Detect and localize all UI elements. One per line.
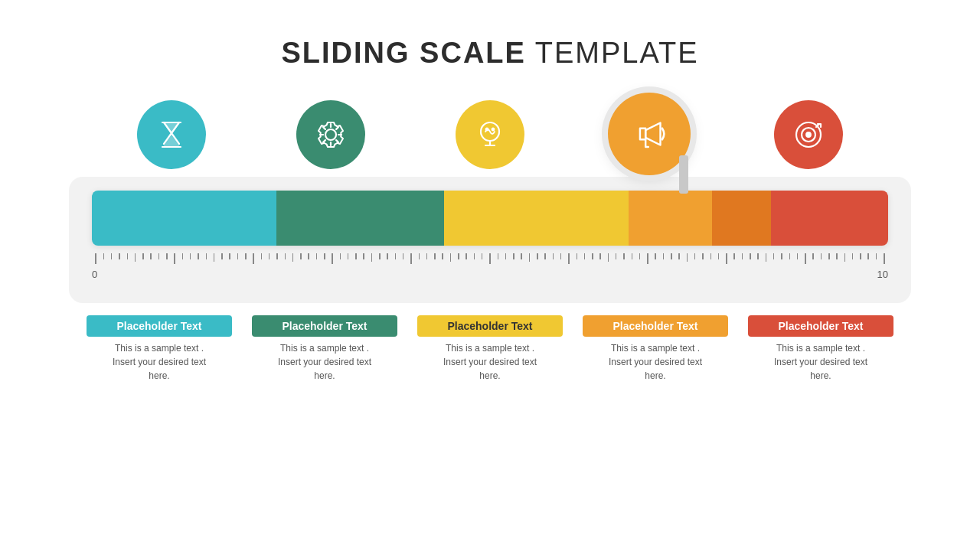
svg-point-0 [325, 129, 336, 140]
tick-65 [604, 253, 612, 262]
tick-53 [510, 253, 518, 259]
tick-64 [596, 253, 604, 259]
tick-9 [163, 253, 171, 259]
color-bar [92, 191, 888, 246]
scale-end: 10 [877, 269, 888, 280]
tick-92 [817, 253, 825, 259]
tick-22 [266, 253, 273, 259]
tick-80 [723, 253, 730, 264]
head-icon-circle [456, 100, 524, 169]
slider-pin [679, 155, 688, 194]
tick-17 [226, 253, 234, 259]
tick-89 [793, 253, 801, 259]
scale-area: 0 10 [69, 177, 911, 303]
ruler-ticks [92, 253, 888, 264]
svg-point-2 [486, 129, 488, 131]
card-label-3: Placeholder Text [417, 315, 563, 337]
tick-84 [754, 253, 762, 259]
tick-6 [139, 253, 147, 259]
megaphone-icon-circle [608, 93, 691, 175]
tick-70 [644, 253, 652, 264]
tick-63 [589, 253, 596, 259]
tick-28 [312, 253, 320, 259]
tick-67 [620, 253, 628, 259]
tick-54 [518, 253, 525, 259]
tick-74 [675, 253, 683, 259]
icon-slot-4 [577, 93, 722, 175]
tick-69 [635, 253, 643, 259]
tick-21 [257, 253, 265, 259]
target-icon-circle [774, 100, 843, 169]
tick-51 [494, 253, 501, 259]
tick-87 [778, 253, 786, 259]
title-light: TEMPLATE [526, 37, 699, 69]
icon-slot-2 [258, 100, 403, 169]
tick-57 [541, 253, 549, 259]
title-bold: SLIDING SCALE [281, 37, 525, 69]
tick-37 [384, 253, 391, 259]
bar-segment-orange [712, 191, 771, 246]
tick-33 [352, 253, 360, 259]
card-label-1: Placeholder Text [87, 315, 232, 337]
scale-start: 0 [92, 269, 97, 280]
ruler-numbers: 0 10 [92, 269, 888, 280]
tick-97 [857, 253, 864, 259]
tick-72 [659, 253, 667, 259]
tick-3 [116, 253, 123, 259]
tick-90 [802, 253, 809, 264]
tick-95 [841, 253, 848, 262]
tick-73 [668, 253, 675, 259]
card-3: Placeholder TextThis is a sample text . … [417, 315, 563, 383]
tick-86 [770, 253, 778, 259]
tick-23 [273, 253, 281, 259]
tick-56 [534, 253, 541, 259]
tick-42 [423, 253, 430, 259]
tick-4 [123, 253, 131, 259]
tick-10 [171, 253, 178, 264]
tick-35 [368, 253, 375, 262]
tick-2 [108, 253, 116, 259]
tick-13 [194, 253, 202, 259]
tick-39 [400, 253, 407, 259]
hourglass-icon [153, 116, 190, 153]
bar-segment-teal [92, 191, 276, 246]
icon-slot-5 [736, 100, 881, 169]
tick-0 [92, 253, 100, 264]
tick-78 [707, 253, 714, 259]
tick-82 [738, 253, 746, 259]
tick-24 [281, 253, 289, 259]
tick-18 [234, 253, 241, 259]
tick-55 [525, 253, 533, 262]
tick-43 [431, 253, 439, 259]
gear-icon [312, 116, 349, 153]
tick-34 [360, 253, 368, 259]
tick-52 [501, 253, 509, 259]
tick-49 [479, 253, 486, 259]
tick-20 [250, 253, 257, 264]
icon-slot-1 [99, 100, 244, 169]
tick-40 [407, 253, 415, 264]
tick-88 [786, 253, 793, 259]
tick-41 [415, 253, 423, 259]
title-area: SLIDING SCALE TEMPLATE [281, 37, 698, 70]
tick-12 [187, 253, 194, 259]
tick-29 [321, 253, 328, 259]
head-icon [472, 116, 508, 153]
tick-8 [155, 253, 162, 259]
tick-94 [833, 253, 841, 259]
bar-segment-yellow [444, 191, 629, 246]
tick-77 [699, 253, 707, 259]
bar-segment-red [771, 191, 888, 246]
tick-68 [628, 253, 635, 259]
tick-59 [557, 253, 565, 259]
card-text-2: This is a sample text . Insert your desi… [278, 341, 371, 383]
tick-79 [714, 253, 722, 259]
tick-5 [131, 253, 139, 262]
tick-38 [391, 253, 399, 259]
tick-50 [486, 253, 494, 264]
tick-44 [439, 253, 446, 259]
tick-14 [202, 253, 210, 259]
card-label-2: Placeholder Text [252, 315, 397, 337]
tick-19 [242, 253, 250, 259]
card-4: Placeholder TextThis is a sample text . … [583, 315, 728, 383]
